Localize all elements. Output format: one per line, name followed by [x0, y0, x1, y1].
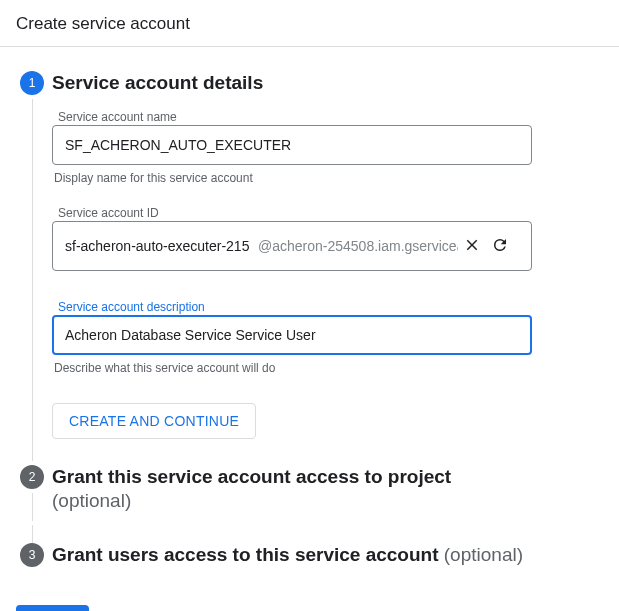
step-2-circle: 2: [20, 465, 44, 489]
page-title: Create service account: [16, 14, 603, 34]
step-3: 3 Grant users access to this service acc…: [16, 543, 603, 579]
input-account-name[interactable]: [63, 136, 521, 154]
step-3-body: Grant users access to this service accou…: [48, 543, 603, 579]
step-1-title: Service account details: [52, 71, 603, 95]
step-3-title-text: Grant users access to this service accou…: [52, 544, 444, 565]
cancel-button[interactable]: CANCEL: [101, 605, 191, 611]
clear-id-button[interactable]: [458, 232, 486, 260]
step-3-circle: 3: [20, 543, 44, 567]
input-wrap-account-description[interactable]: [52, 315, 532, 355]
input-account-description[interactable]: [63, 326, 521, 344]
step-2-rail: 2: [16, 465, 48, 525]
field-account-name: Service account name Display name for th…: [52, 107, 532, 185]
step-2-optional: (optional): [52, 490, 131, 511]
input-wrap-account-name[interactable]: [52, 125, 532, 165]
step-1-connector: [32, 99, 33, 461]
step-2-title-text: Grant this service account access to pro…: [52, 466, 451, 487]
label-account-id: Service account ID: [54, 206, 163, 220]
refresh-icon: [491, 236, 509, 257]
label-account-name: Service account name: [54, 110, 181, 124]
step-1-circle: 1: [20, 71, 44, 95]
create-and-continue-button[interactable]: CREATE AND CONTINUE: [52, 403, 256, 439]
step-2-connector: [32, 493, 33, 521]
footer-actions: DONE CANCEL: [0, 595, 619, 611]
input-wrap-account-id[interactable]: @acheron-254508.iam.gserviceacco: [52, 221, 532, 271]
step-3-rail: 3: [16, 543, 48, 579]
helper-account-name: Display name for this service account: [52, 171, 532, 185]
step-1: 1 Service account details Service accoun…: [16, 71, 603, 465]
page-header: Create service account: [0, 0, 619, 47]
step-2-title[interactable]: Grant this service account access to pro…: [52, 465, 603, 513]
regenerate-id-button[interactable]: [486, 232, 514, 260]
input-account-id[interactable]: [63, 237, 258, 255]
step-2: 2 Grant this service account access to p…: [16, 465, 603, 525]
step-2-body: Grant this service account access to pro…: [48, 465, 603, 525]
field-account-id: Service account ID @acheron-254508.iam.g…: [52, 203, 532, 271]
step-3-optional: (optional): [444, 544, 523, 565]
done-button[interactable]: DONE: [16, 605, 89, 611]
label-account-description: Service account description: [54, 300, 209, 314]
step-3-title[interactable]: Grant users access to this service accou…: [52, 543, 603, 567]
create-continue-row: CREATE AND CONTINUE: [52, 403, 603, 439]
step-1-body: Service account details Service account …: [48, 71, 603, 465]
account-id-suffix: @acheron-254508.iam.gserviceacco: [258, 238, 458, 254]
close-icon: [463, 236, 481, 257]
helper-account-description: Describe what this service account will …: [52, 361, 532, 375]
step-2-3-spacer: [16, 525, 603, 543]
step-1-rail: 1: [16, 71, 48, 465]
field-account-description: Service account description Describe wha…: [52, 297, 532, 375]
step-connector-2-3: [32, 525, 33, 543]
wizard-content: 1 Service account details Service accoun…: [0, 47, 619, 595]
